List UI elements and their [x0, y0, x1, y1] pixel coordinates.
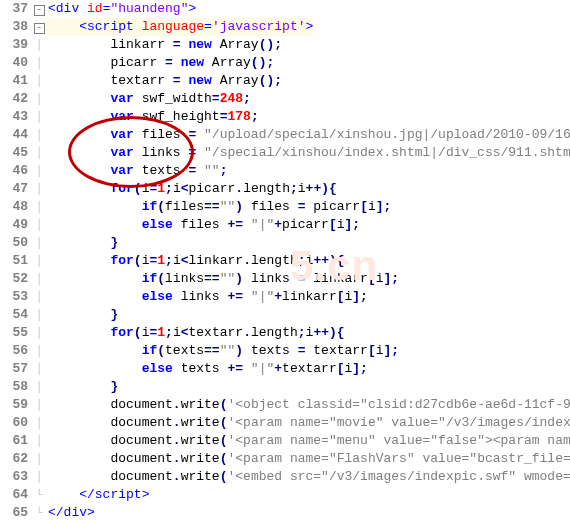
- code-content[interactable]: for(i=1;i<picarr.length;i++){: [46, 180, 337, 198]
- fold-collapse-icon[interactable]: -: [34, 5, 45, 16]
- code-content[interactable]: else links += "|"+linkarr[i];: [46, 288, 368, 306]
- code-content[interactable]: var swf_width=248;: [46, 90, 251, 108]
- code-line[interactable]: 56│ if(texts=="") texts = textarr[i];: [0, 342, 570, 360]
- code-line[interactable]: 45│ var links = "/special/xinshou/index.…: [0, 144, 570, 162]
- code-line[interactable]: 47│ for(i=1;i<picarr.length;i++){: [0, 180, 570, 198]
- fold-gutter: │: [32, 324, 46, 342]
- code-line[interactable]: 61│ document.write('<param name="menu" v…: [0, 432, 570, 450]
- code-content[interactable]: else files += "|"+picarr[i];: [46, 216, 360, 234]
- line-number: 55: [0, 324, 32, 342]
- code-line[interactable]: 65└</div>: [0, 504, 570, 522]
- code-line[interactable]: 41│ textarr = new Array();: [0, 72, 570, 90]
- code-content[interactable]: }: [46, 234, 118, 252]
- fold-gutter: │: [32, 144, 46, 162]
- code-content[interactable]: for(i=1;i<textarr.length;i++){: [46, 324, 345, 342]
- code-line[interactable]: 60│ document.write('<param name="movie" …: [0, 414, 570, 432]
- code-content[interactable]: else texts += "|"+textarr[i];: [46, 360, 368, 378]
- code-content[interactable]: var links = "/special/xinshou/index.shtm…: [46, 144, 570, 162]
- code-line[interactable]: 55│ for(i=1;i<textarr.length;i++){: [0, 324, 570, 342]
- code-content[interactable]: </script>: [46, 486, 149, 504]
- code-line[interactable]: 58│ }: [0, 378, 570, 396]
- line-number: 45: [0, 144, 32, 162]
- code-line[interactable]: 50│ }: [0, 234, 570, 252]
- code-content[interactable]: if(texts=="") texts = textarr[i];: [46, 342, 399, 360]
- fold-collapse-icon[interactable]: -: [34, 23, 45, 34]
- fold-gutter: │: [32, 450, 46, 468]
- code-content[interactable]: document.write('<param name="menu" value…: [46, 432, 570, 450]
- code-content[interactable]: }: [46, 378, 118, 396]
- token: i: [368, 199, 376, 214]
- token: ==: [204, 343, 220, 358]
- fold-gutter: │: [32, 378, 46, 396]
- fold-line-icon: │: [36, 75, 43, 87]
- code-content[interactable]: document.write('<object classid="clsid:d…: [46, 396, 570, 414]
- token: Array: [204, 55, 251, 70]
- token: '<object classid="clsid:d27cdb6e-ae6d-11…: [227, 397, 570, 412]
- code-line[interactable]: 46│ var texts = "";: [0, 162, 570, 180]
- code-content[interactable]: if(links=="") links = linkarr[i];: [46, 270, 399, 288]
- token: (: [157, 271, 165, 286]
- token: }: [110, 307, 118, 322]
- code-content[interactable]: }: [46, 306, 118, 324]
- fold-line-icon: │: [36, 93, 43, 105]
- token: "": [220, 343, 236, 358]
- code-line[interactable]: 52│ if(links=="") links = linkarr[i];: [0, 270, 570, 288]
- line-number: 65: [0, 504, 32, 522]
- code-line[interactable]: 59│ document.write('<object classid="cls…: [0, 396, 570, 414]
- fold-gutter[interactable]: -: [32, 0, 46, 18]
- fold-gutter[interactable]: -: [32, 18, 46, 36]
- token: ++){: [313, 325, 344, 340]
- token: +: [274, 217, 282, 232]
- line-number: 62: [0, 450, 32, 468]
- code-content[interactable]: for(i=1;i<linkarr.length;i++){: [46, 252, 345, 270]
- token: "": [220, 271, 236, 286]
- code-content[interactable]: picarr = new Array();: [46, 54, 274, 72]
- code-line[interactable]: 38- <script language='javascript'>: [0, 18, 570, 36]
- code-content[interactable]: document.write('<param name="FlashVars" …: [46, 450, 570, 468]
- code-line[interactable]: 39│ linkarr = new Array();: [0, 36, 570, 54]
- code-content[interactable]: <div id="huandeng">: [46, 0, 196, 18]
- token: for: [110, 253, 133, 268]
- code-content[interactable]: linkarr = new Array();: [46, 36, 282, 54]
- code-content[interactable]: var texts = "";: [46, 162, 227, 180]
- code-content[interactable]: textarr = new Array();: [46, 72, 282, 90]
- code-line[interactable]: 37-<div id="huandeng">: [0, 0, 570, 18]
- token: Array: [212, 37, 259, 52]
- code-line[interactable]: 42│ var swf_width=248;: [0, 90, 570, 108]
- code-line[interactable]: 48│ if(files=="") files = picarr[i];: [0, 198, 570, 216]
- code-line[interactable]: 40│ picarr = new Array();: [0, 54, 570, 72]
- code-content[interactable]: document.write('<param name="movie" valu…: [46, 414, 570, 432]
- token: links: [251, 271, 298, 286]
- token: 1: [157, 253, 165, 268]
- fold-line-icon: │: [36, 435, 43, 447]
- token: picarr: [189, 181, 236, 196]
- code-editor[interactable]: 37-<div id="huandeng">38- <script langua…: [0, 0, 570, 522]
- code-content[interactable]: <script language='javascript'>: [46, 18, 313, 36]
- fold-gutter: │: [32, 36, 46, 54]
- code-line[interactable]: 62│ document.write('<param name="FlashVa…: [0, 450, 570, 468]
- token: +=: [227, 217, 250, 232]
- code-line[interactable]: 49│ else files += "|"+picarr[i];: [0, 216, 570, 234]
- code-line[interactable]: 43│ var swf_height=178;: [0, 108, 570, 126]
- code-line[interactable]: 64└ </script>: [0, 486, 570, 504]
- token: [: [337, 361, 345, 376]
- code-line[interactable]: 44│ var files = "/upload/special/xinshou…: [0, 126, 570, 144]
- code-content[interactable]: document.write('<embed src="/v3/images/i…: [46, 468, 570, 486]
- token: .: [173, 469, 181, 484]
- token: new: [188, 73, 211, 88]
- code-line[interactable]: 51│ for(i=1;i<linkarr.length;i++){: [0, 252, 570, 270]
- fold-line-icon: │: [36, 291, 43, 303]
- code-line[interactable]: 53│ else links += "|"+linkarr[i];: [0, 288, 570, 306]
- code-content[interactable]: var files = "/upload/special/xinshou.jpg…: [46, 126, 570, 144]
- code-content[interactable]: var swf_height=178;: [46, 108, 259, 126]
- line-number: 61: [0, 432, 32, 450]
- code-line[interactable]: 54│ }: [0, 306, 570, 324]
- code-content[interactable]: if(files=="") files = picarr[i];: [46, 198, 391, 216]
- token: document: [110, 469, 172, 484]
- code-content[interactable]: </div>: [46, 504, 95, 522]
- fold-line-icon: │: [36, 399, 43, 411]
- token: i: [298, 181, 306, 196]
- token: for: [110, 181, 133, 196]
- code-line[interactable]: 63│ document.write('<embed src="/v3/imag…: [0, 468, 570, 486]
- code-line[interactable]: 57│ else texts += "|"+textarr[i];: [0, 360, 570, 378]
